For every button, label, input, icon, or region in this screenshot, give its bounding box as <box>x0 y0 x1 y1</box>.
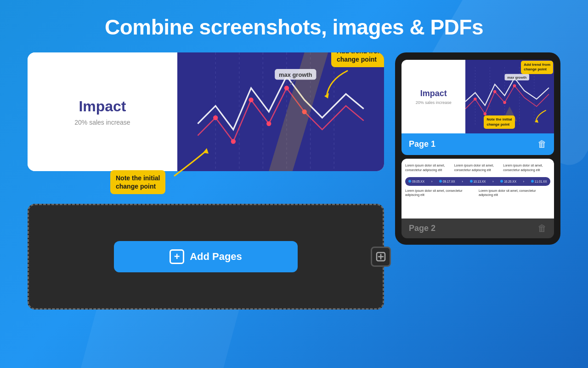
phone-frame: Impact 20% sales increase <box>395 52 560 245</box>
timeline-point-3: 10.13.XX <box>470 180 486 183</box>
svg-point-10 <box>284 86 289 90</box>
lorem-text-3: Lorem ipsum dolor sit amet, consectetur … <box>503 163 550 172</box>
page2-card: Lorem ipsum dolor sit amet, consectetur … <box>401 159 554 238</box>
page2-content: Lorem ipsum dolor sit amet, consectetur … <box>401 159 554 218</box>
svg-point-9 <box>266 121 271 126</box>
left-column: Impact 20% sales increase <box>28 52 384 310</box>
annotation-bottom: Note the initialchange point <box>110 170 165 194</box>
page-title: Combine screenshots, images & PDFs <box>0 0 588 52</box>
svg-point-6 <box>213 115 218 120</box>
phone-impact-title: Impact <box>420 89 447 98</box>
page2-delete-icon[interactable]: 🗑 <box>537 223 547 234</box>
page2-label: Page 2 <box>409 224 435 233</box>
svg-point-29 <box>503 101 506 104</box>
svg-text:max growth: max growth <box>508 75 527 80</box>
timeline-point-2: 09.17.XX <box>439 180 455 183</box>
timeline-point-4: 10.20.XX <box>500 180 516 183</box>
card-left-panel: Impact 20% sales increase <box>28 52 177 171</box>
page1-footer: Page 1 🗑 <box>401 133 554 155</box>
lorem-text-1: Lorem ipsum dolor sit amet, consectetur … <box>405 163 452 172</box>
plus-icon: + <box>170 249 184 264</box>
add-pages-button[interactable]: + Add Pages <box>114 241 298 272</box>
svg-point-7 <box>231 139 236 144</box>
timeline-bar: 09.05.XX › 09.17.XX › 10.13.XX › 10.20.X… <box>405 177 550 186</box>
svg-marker-17 <box>203 148 209 154</box>
lorem-text-5: Lorem ipsum dolor sit amet, consectetur … <box>479 189 550 198</box>
page1-card: Impact 20% sales increase <box>401 60 554 155</box>
page1-label: Page 1 <box>409 139 435 149</box>
svg-point-27 <box>484 112 486 115</box>
lorem-text-4: Lorem ipsum dolor sit amet, consectetur … <box>405 189 477 198</box>
phone-card-left: Impact 20% sales increase <box>401 60 465 133</box>
impact-subtitle: 20% sales increase <box>74 119 130 126</box>
right-column: Impact 20% sales increase <box>395 52 560 310</box>
page2-footer: Page 2 🗑 <box>401 218 554 238</box>
phone-impact-subtitle: 20% sales increase <box>416 100 452 105</box>
impact-title: Impact <box>79 98 126 115</box>
timeline-point-1: 09.05.XX <box>408 180 424 183</box>
svg-text:max growth: max growth <box>279 71 312 78</box>
phone-card-right: max growth Add trend fromchange point No… <box>465 60 554 133</box>
image-card: Impact 20% sales increase <box>28 52 384 171</box>
svg-marker-34 <box>535 120 538 123</box>
add-pages-label: Add Pages <box>190 251 242 263</box>
svg-point-26 <box>474 98 477 100</box>
add-pages-card: + Add Pages <box>28 204 384 310</box>
phone-annotation-bottom: Note the initialchange point <box>484 115 514 129</box>
annotation-top: Add trend fromchange point <box>331 52 384 67</box>
svg-point-30 <box>513 84 516 87</box>
svg-point-8 <box>249 98 253 102</box>
phone-annotation-top: Add trend fromchange point <box>521 61 553 74</box>
timeline-point-5: 11.01.XX <box>531 180 547 183</box>
svg-point-28 <box>493 90 496 93</box>
page1-delete-icon[interactable]: 🗑 <box>537 139 547 150</box>
add-corner-button[interactable] <box>371 247 391 267</box>
lorem-text-2: Lorem ipsum dolor sit amet, consectetur … <box>454 163 502 172</box>
content-area: Impact 20% sales increase <box>0 52 588 310</box>
